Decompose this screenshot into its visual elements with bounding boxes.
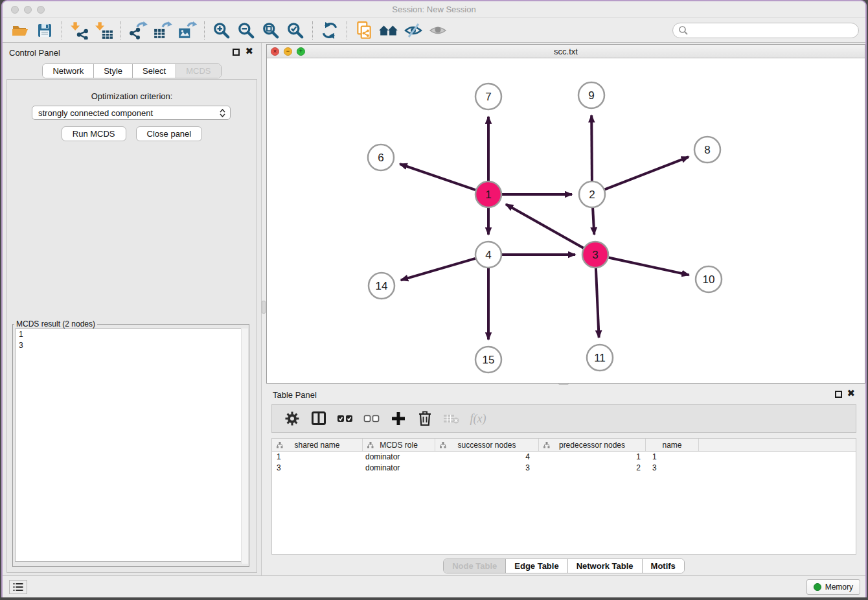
tab-node-table[interactable]: Node Table bbox=[444, 559, 506, 573]
cell[interactable]: 3 bbox=[272, 463, 363, 474]
memory-button[interactable]: Memory bbox=[806, 579, 860, 595]
tab-motifs[interactable]: Motifs bbox=[643, 559, 684, 573]
node-11[interactable]: 11 bbox=[587, 345, 613, 371]
table-row[interactable]: 1dominator411 bbox=[272, 452, 856, 463]
show-columns-icon[interactable] bbox=[310, 410, 327, 427]
main-toolbar bbox=[3, 19, 865, 43]
deselect-all-icon[interactable] bbox=[363, 410, 380, 427]
table-mode-icon[interactable] bbox=[284, 410, 301, 427]
search-field[interactable] bbox=[672, 23, 859, 38]
node-15[interactable]: 15 bbox=[475, 347, 501, 373]
column-header-name[interactable]: name bbox=[646, 439, 699, 451]
node-1[interactable]: 1 bbox=[475, 181, 501, 207]
svg-text:2: 2 bbox=[589, 189, 595, 201]
save-session-icon[interactable] bbox=[32, 21, 57, 40]
column-header-shared-name[interactable]: shared name bbox=[272, 439, 363, 451]
close-panel-icon[interactable]: ✖ bbox=[245, 45, 253, 57]
cell[interactable]: 1 bbox=[272, 452, 363, 463]
node-7[interactable]: 7 bbox=[475, 84, 501, 110]
node-10[interactable]: 10 bbox=[696, 266, 722, 292]
svg-text:4: 4 bbox=[485, 249, 491, 261]
node-8[interactable]: 8 bbox=[694, 137, 720, 163]
node-14[interactable]: 14 bbox=[369, 273, 394, 299]
edge-2-3[interactable] bbox=[593, 208, 594, 235]
toolbar-separator bbox=[62, 21, 62, 40]
column-header-predecessor-nodes[interactable]: predecessor nodes bbox=[539, 439, 646, 451]
column-header-MCDS-role[interactable]: MCDS role bbox=[363, 439, 435, 451]
cell[interactable]: 1 bbox=[646, 452, 699, 463]
node-3[interactable]: 3 bbox=[582, 242, 608, 268]
open-session-icon[interactable] bbox=[8, 21, 32, 40]
node-table[interactable]: shared nameMCDS rolesuccessor nodesprede… bbox=[271, 438, 856, 555]
add-column-icon[interactable] bbox=[390, 410, 407, 427]
zoom-out-icon[interactable] bbox=[234, 21, 258, 40]
export-network-icon[interactable] bbox=[126, 21, 150, 40]
node-4[interactable]: 4 bbox=[475, 242, 501, 268]
optimization-criterion-select[interactable]: strongly connected component bbox=[32, 106, 231, 120]
first-neighbors-icon[interactable] bbox=[376, 21, 401, 40]
search-input[interactable] bbox=[689, 25, 858, 36]
status-bar: Memory bbox=[3, 575, 865, 597]
table-panel-title: Table Panel bbox=[273, 390, 317, 400]
select-all-icon[interactable] bbox=[337, 410, 354, 427]
float-panel-icon[interactable] bbox=[233, 49, 240, 56]
edge-2-9[interactable] bbox=[591, 115, 592, 181]
cell[interactable]: dominator bbox=[363, 452, 435, 463]
cell[interactable]: dominator bbox=[363, 463, 435, 474]
import-table-icon[interactable] bbox=[91, 21, 116, 40]
node-6[interactable]: 6 bbox=[368, 144, 394, 170]
task-history-button[interactable] bbox=[9, 580, 27, 594]
result-line: 1 bbox=[16, 329, 246, 340]
tab-select[interactable]: Select bbox=[133, 64, 176, 78]
node-9[interactable]: 9 bbox=[578, 82, 604, 108]
zoom-fit-icon[interactable] bbox=[258, 21, 283, 40]
delete-table-icon[interactable] bbox=[443, 410, 460, 427]
tab-network[interactable]: Network bbox=[43, 64, 94, 78]
table-panel: Table Panel ✖ f(x) shared nameMCDS roles… bbox=[266, 387, 862, 575]
control-panel: Control Panel ✖ NetworkStyleSelectMCDS O… bbox=[3, 43, 262, 575]
cell[interactable]: 4 bbox=[435, 452, 539, 463]
cell[interactable]: 3 bbox=[435, 463, 539, 474]
application-window: Session: New Session Control Panel ✖ bbox=[1, 0, 867, 597]
edge-1-6[interactable] bbox=[400, 164, 475, 190]
column-header-successor-nodes[interactable]: successor nodes bbox=[435, 439, 539, 451]
edge-2-8[interactable] bbox=[605, 157, 689, 189]
panel-splitter-handle[interactable] bbox=[262, 301, 266, 314]
tab-edge-table[interactable]: Edge Table bbox=[506, 559, 567, 573]
float-table-panel-icon[interactable] bbox=[835, 391, 842, 398]
task-list-icon bbox=[13, 583, 23, 592]
cell[interactable]: 3 bbox=[646, 463, 699, 474]
tab-network-table[interactable]: Network Table bbox=[568, 559, 643, 573]
zoom-selected-icon[interactable] bbox=[283, 21, 308, 40]
show-all-icon[interactable] bbox=[426, 21, 450, 40]
cell[interactable]: 1 bbox=[539, 452, 646, 463]
network-canvas[interactable]: 1234678910111415 bbox=[267, 59, 865, 383]
tab-mcds[interactable]: MCDS bbox=[176, 64, 220, 78]
zoom-in-icon[interactable] bbox=[209, 21, 234, 40]
close-panel-button[interactable]: Close panel bbox=[136, 126, 203, 141]
hide-selected-icon[interactable] bbox=[401, 21, 426, 40]
mcds-result-title: MCDS result (2 nodes) bbox=[14, 319, 97, 329]
search-icon bbox=[678, 25, 689, 36]
table-row[interactable]: 3dominator323 bbox=[272, 463, 856, 474]
node-2[interactable]: 2 bbox=[579, 181, 605, 207]
mcds-result-text[interactable]: 13 bbox=[15, 329, 247, 562]
export-image-icon[interactable] bbox=[175, 21, 200, 40]
network-from-file-icon[interactable] bbox=[352, 21, 376, 40]
export-table-icon[interactable] bbox=[150, 21, 175, 40]
run-mcds-button[interactable]: Run MCDS bbox=[62, 126, 126, 141]
import-network-icon[interactable] bbox=[67, 21, 91, 40]
edge-4-14[interactable] bbox=[401, 259, 475, 280]
cell[interactable]: 2 bbox=[539, 463, 646, 474]
edge-3-10[interactable] bbox=[609, 258, 689, 275]
result-scrollbar[interactable] bbox=[241, 329, 248, 564]
mcds-result-box: MCDS result (2 nodes) 13 bbox=[12, 319, 249, 567]
tab-style[interactable]: Style bbox=[94, 64, 133, 78]
edge-3-11[interactable] bbox=[596, 268, 599, 338]
edge-3-1[interactable] bbox=[506, 204, 584, 248]
network-window-titlebar[interactable]: × − + scc.txt bbox=[267, 45, 865, 58]
refresh-layout-icon[interactable] bbox=[317, 21, 342, 40]
stepper-arrows-icon bbox=[220, 109, 225, 117]
close-table-panel-icon[interactable]: ✖ bbox=[847, 387, 855, 399]
delete-columns-icon[interactable] bbox=[417, 410, 433, 427]
